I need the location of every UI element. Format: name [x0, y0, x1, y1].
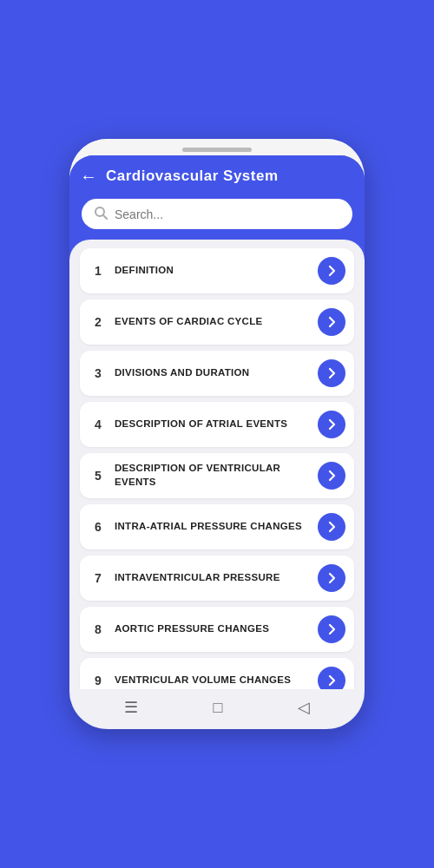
item-label: DIVISIONS AND DURATION: [115, 366, 309, 380]
search-input[interactable]: [115, 207, 340, 221]
arrow-button[interactable]: [318, 513, 345, 541]
svg-line-1: [103, 215, 107, 219]
search-bar-wrap: [69, 194, 365, 240]
list-item[interactable]: 7 INTRAVENTRICULAR PRESSURE: [80, 556, 354, 601]
home-icon[interactable]: □: [214, 699, 223, 717]
item-label: INTRA-ATRIAL PRESSURE CHANGES: [115, 520, 309, 534]
item-label: EVENTS OF CARDIAC CYCLE: [115, 315, 309, 329]
list-item[interactable]: 5 DESCRIPTION OF VENTRICULAR EVENTS: [80, 453, 354, 498]
arrow-button[interactable]: [318, 564, 345, 592]
search-icon: [94, 206, 108, 222]
item-label: DEFINITION: [115, 264, 309, 278]
item-label: DESCRIPTION OF ATRIAL EVENTS: [115, 418, 309, 431]
arrow-button[interactable]: [318, 615, 345, 643]
item-number: 8: [90, 622, 106, 636]
list-item[interactable]: 2 EVENTS OF CARDIAC CYCLE: [80, 299, 354, 345]
page-title: Cardiovascular System: [106, 168, 279, 185]
item-number: 5: [90, 469, 106, 483]
list-item[interactable]: 3 DIVISIONS AND DURATION: [80, 351, 354, 396]
list-area: 1 DEFINITION 2 EVENTS OF CARDIAC CYCLE 3…: [69, 240, 365, 689]
arrow-button[interactable]: [318, 411, 345, 438]
phone-shell: ← Cardiovascular System 1 DEFINITION: [69, 139, 365, 729]
list-item[interactable]: 9 VENTRICULAR VOLUME CHANGES: [80, 658, 354, 689]
list-item[interactable]: 1 DEFINITION: [80, 248, 354, 293]
list-item[interactable]: 6 INTRA-ATRIAL PRESSURE CHANGES: [80, 504, 354, 549]
phone-content: ← Cardiovascular System 1 DEFINITION: [69, 155, 365, 729]
item-label: VENTRICULAR VOLUME CHANGES: [115, 674, 309, 687]
arrow-button[interactable]: [318, 308, 345, 336]
back-button[interactable]: ←: [80, 168, 97, 185]
arrow-button[interactable]: [318, 462, 345, 490]
nav-bar: ☰ □ ◁: [69, 689, 365, 729]
item-number: 6: [90, 520, 106, 534]
item-number: 1: [90, 264, 106, 278]
arrow-button[interactable]: [318, 667, 345, 689]
back-nav-icon[interactable]: ◁: [298, 698, 310, 717]
header: ← Cardiovascular System: [69, 155, 365, 194]
search-bar: [82, 199, 352, 229]
item-number: 2: [90, 315, 106, 329]
item-number: 3: [90, 366, 106, 380]
arrow-button[interactable]: [318, 359, 345, 387]
phone-notch: [69, 139, 365, 155]
item-number: 9: [90, 674, 106, 687]
item-number: 7: [90, 571, 106, 585]
item-label: DESCRIPTION OF VENTRICULAR EVENTS: [115, 462, 309, 489]
notch-bar: [182, 148, 252, 152]
list-item[interactable]: 8 AORTIC PRESSURE CHANGES: [80, 607, 354, 652]
item-label: AORTIC PRESSURE CHANGES: [115, 622, 309, 636]
item-number: 4: [90, 418, 106, 431]
menu-icon[interactable]: ☰: [124, 698, 138, 717]
item-label: INTRAVENTRICULAR PRESSURE: [115, 571, 309, 585]
arrow-button[interactable]: [318, 257, 345, 285]
list-item[interactable]: 4 DESCRIPTION OF ATRIAL EVENTS: [80, 402, 354, 447]
